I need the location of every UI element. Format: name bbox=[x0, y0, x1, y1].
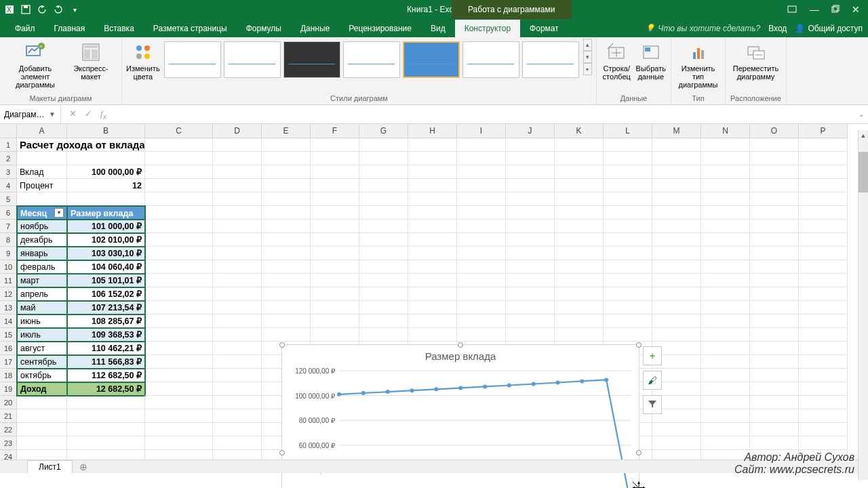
cell-B14[interactable]: 108 285,67 ₽ bbox=[67, 314, 145, 328]
cell-B15[interactable]: 109 368,53 ₽ bbox=[67, 328, 145, 342]
fx-icon[interactable]: fx bbox=[100, 108, 106, 121]
cell-B3[interactable]: 100 000,00 ₽ bbox=[67, 165, 145, 179]
cell-B10[interactable]: 104 060,40 ₽ bbox=[67, 260, 145, 274]
chart-style-2[interactable] bbox=[224, 41, 281, 78]
tab-view[interactable]: Вид bbox=[421, 20, 455, 37]
chart-handle[interactable] bbox=[279, 450, 285, 455]
share-button[interactable]: 👤 Общий доступ bbox=[795, 24, 863, 33]
row-header-21[interactable]: 21 bbox=[0, 409, 17, 423]
add-sheet-button[interactable]: ⊕ bbox=[73, 462, 94, 472]
chart-handle[interactable] bbox=[279, 342, 285, 348]
tab-insert[interactable]: Вставка bbox=[94, 20, 144, 37]
cell-B17[interactable]: 111 566,83 ₽ bbox=[67, 355, 145, 369]
cell-B18[interactable]: 112 682,50 ₽ bbox=[67, 369, 145, 382]
name-box-input[interactable] bbox=[4, 110, 49, 119]
cell-A10[interactable]: февраль bbox=[17, 260, 67, 274]
row-header-2[interactable]: 2 bbox=[0, 152, 17, 165]
row-header-17[interactable]: 17 bbox=[0, 355, 17, 369]
row-header-8[interactable]: 8 bbox=[0, 233, 17, 247]
cell-B13[interactable]: 107 213,54 ₽ bbox=[67, 301, 145, 314]
enter-icon[interactable]: ✓ bbox=[85, 108, 92, 121]
tab-format[interactable]: Формат bbox=[520, 20, 568, 37]
col-header-F[interactable]: F bbox=[311, 124, 359, 138]
cell-A19[interactable]: Доход bbox=[17, 382, 67, 396]
chevron-down-icon[interactable]: ▼ bbox=[49, 110, 56, 118]
change-chart-type-button[interactable]: Изменить тип диаграммы bbox=[675, 39, 721, 92]
row-header-9[interactable]: 9 bbox=[0, 247, 17, 260]
cell-A4[interactable]: Процент bbox=[17, 179, 67, 192]
cell-A1[interactable]: Расчет дохода от вклада bbox=[17, 138, 67, 152]
col-header-M[interactable]: M bbox=[652, 124, 701, 138]
row-header-19[interactable]: 19 bbox=[0, 382, 17, 396]
col-header-C[interactable]: C bbox=[145, 124, 213, 138]
chart-handle[interactable] bbox=[458, 342, 463, 348]
chart-handle[interactable] bbox=[636, 342, 642, 348]
col-header-G[interactable]: G bbox=[359, 124, 408, 138]
chart-style-6[interactable] bbox=[462, 41, 519, 78]
row-header-3[interactable]: 3 bbox=[0, 165, 17, 179]
qat-customize-icon[interactable]: ▾ bbox=[69, 4, 80, 15]
row-header-6[interactable]: 6 bbox=[0, 206, 17, 220]
chart-style-3[interactable] bbox=[283, 41, 340, 78]
cell-B16[interactable]: 110 462,21 ₽ bbox=[67, 342, 145, 355]
col-header-O[interactable]: O bbox=[750, 124, 799, 138]
row-header-20[interactable]: 20 bbox=[0, 396, 17, 409]
chart-style-5[interactable] bbox=[403, 41, 460, 78]
cell-A12[interactable]: апрель bbox=[17, 287, 67, 301]
formula-input[interactable] bbox=[115, 105, 854, 123]
tab-review[interactable]: Рецензирование bbox=[339, 20, 421, 37]
close-icon[interactable]: ✕ bbox=[852, 4, 860, 15]
col-header-N[interactable]: N bbox=[701, 124, 750, 138]
cell-A17[interactable]: сентябрь bbox=[17, 355, 67, 369]
col-header-E[interactable]: E bbox=[262, 124, 311, 138]
cell-A8[interactable]: декабрь bbox=[17, 233, 67, 247]
sheet-tab-1[interactable]: Лист1 bbox=[27, 460, 73, 474]
tab-home[interactable]: Главная bbox=[45, 20, 95, 37]
scroll-up-icon[interactable]: ▲ bbox=[859, 130, 868, 141]
filter-dropdown-icon[interactable]: ▾ bbox=[54, 208, 64, 218]
cell-B6[interactable]: Размер вклада▾ bbox=[67, 206, 145, 220]
row-header-15[interactable]: 15 bbox=[0, 328, 17, 342]
tab-file[interactable]: Файл bbox=[5, 20, 45, 37]
col-header-L[interactable]: L bbox=[604, 124, 652, 138]
col-header-B[interactable]: B bbox=[67, 124, 145, 138]
cell-B12[interactable]: 106 152,02 ₽ bbox=[67, 287, 145, 301]
tab-design[interactable]: Конструктор bbox=[455, 20, 520, 37]
col-header-A[interactable]: A bbox=[17, 124, 67, 138]
tab-data[interactable]: Данные bbox=[291, 20, 339, 37]
col-header-D[interactable]: D bbox=[213, 124, 262, 138]
tab-formulas[interactable]: Формулы bbox=[237, 20, 291, 37]
cell-A14[interactable]: июнь bbox=[17, 314, 67, 328]
switch-row-column-button[interactable]: Строка/ столбец bbox=[601, 39, 633, 92]
minimize-icon[interactable]: — bbox=[810, 4, 819, 15]
col-header-H[interactable]: H bbox=[408, 124, 457, 138]
select-data-button[interactable]: Выбрать данные bbox=[635, 39, 667, 92]
expand-formula-icon[interactable]: ⌄ bbox=[854, 110, 868, 118]
cancel-icon[interactable]: ✕ bbox=[69, 108, 77, 121]
row-header-1[interactable]: 1 bbox=[0, 138, 17, 152]
name-box[interactable]: ▼ bbox=[0, 105, 61, 123]
chart-style-1[interactable] bbox=[164, 41, 221, 78]
redo-icon[interactable] bbox=[53, 4, 64, 15]
row-header-16[interactable]: 16 bbox=[0, 342, 17, 355]
row-header-13[interactable]: 13 bbox=[0, 301, 17, 314]
row-header-22[interactable]: 22 bbox=[0, 423, 17, 436]
col-header-I[interactable]: I bbox=[457, 124, 506, 138]
gallery-up-icon[interactable]: ▲ bbox=[583, 39, 592, 51]
col-header-P[interactable]: P bbox=[799, 124, 848, 138]
row-header-4[interactable]: 4 bbox=[0, 179, 17, 192]
row-header-5[interactable]: 5 bbox=[0, 192, 17, 206]
tab-page-layout[interactable]: Разметка страницы bbox=[144, 20, 237, 37]
chart-handle[interactable] bbox=[636, 450, 642, 455]
undo-icon[interactable] bbox=[37, 4, 47, 15]
row-header-18[interactable]: 18 bbox=[0, 369, 17, 382]
cell-B4[interactable]: 12 bbox=[67, 179, 145, 192]
row-header-23[interactable]: 23 bbox=[0, 436, 17, 450]
cell-A6[interactable]: Месяц▾ bbox=[17, 206, 67, 220]
cell-B7[interactable]: 101 000,00 ₽ bbox=[67, 220, 145, 233]
cell-B19[interactable]: 12 682,50 ₽ bbox=[67, 382, 145, 396]
gallery-down-icon[interactable]: ▼ bbox=[583, 51, 592, 63]
cell-B9[interactable]: 103 030,10 ₽ bbox=[67, 247, 145, 260]
row-header-10[interactable]: 10 bbox=[0, 260, 17, 274]
vertical-scrollbar[interactable]: ▲ bbox=[858, 130, 868, 480]
